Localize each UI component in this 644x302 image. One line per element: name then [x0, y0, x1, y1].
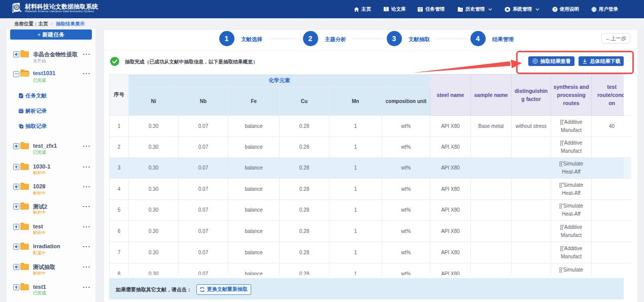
svg-text:Materials Science Literature D: Materials Science Literature Data Extrac…	[25, 10, 94, 13]
svg-text:?: ?	[554, 7, 556, 12]
